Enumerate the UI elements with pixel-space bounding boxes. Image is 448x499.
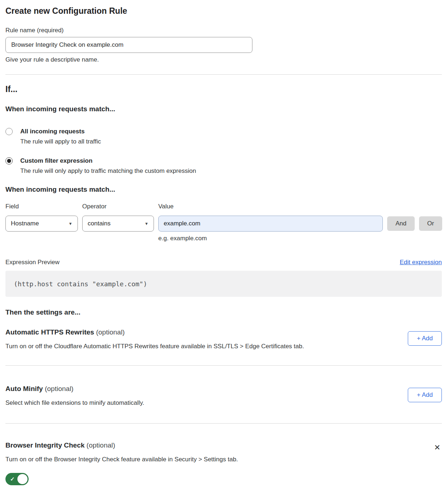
toggle-knob — [17, 474, 28, 484]
expression-builder-row: Field Operator Value Hostname ▼ contains… — [5, 203, 442, 242]
setting-auto-minify: Auto Minify (optional) Select which file… — [5, 384, 442, 407]
setting-title: Browser Integrity Check (optional) — [5, 441, 238, 449]
setting-description: Select which file extensions to minify a… — [5, 399, 144, 407]
browser-integrity-check-toggle[interactable]: ✓ — [5, 473, 29, 485]
match-heading: When incoming requests match... — [5, 105, 442, 113]
field-label: Field — [5, 203, 78, 216]
create-configuration-rule-page: Create new Configuration Rule Rule name … — [0, 0, 448, 485]
radio-option-custom-filter[interactable]: Custom filter expression The rule will o… — [5, 157, 442, 175]
setting-title-text: Automatic HTTPS Rewrites — [5, 328, 94, 336]
chevron-down-icon: ▼ — [68, 221, 72, 226]
radio-option-all-requests[interactable]: All incoming requests The rule will appl… — [5, 128, 442, 145]
value-label: Value — [158, 203, 383, 216]
expression-preview-label: Expression Preview — [5, 259, 59, 266]
radio-button-unselected[interactable] — [5, 128, 13, 135]
field-select-value: Hostname — [11, 220, 39, 227]
field-select[interactable]: Hostname ▼ — [5, 216, 78, 232]
section-divider — [5, 365, 442, 366]
if-heading: If... — [5, 84, 442, 94]
rule-name-label: Rule name (required) — [5, 27, 442, 34]
radio-button-selected[interactable] — [5, 157, 13, 165]
check-icon: ✓ — [10, 476, 15, 482]
radio-description: The rule will only apply to traffic matc… — [20, 167, 196, 175]
setting-description: Turn on or off the Browser Integrity Che… — [5, 456, 238, 463]
close-icon[interactable]: ✕ — [432, 442, 442, 453]
and-button[interactable]: And — [387, 216, 415, 231]
expression-preview-header: Expression Preview Edit expression — [5, 259, 442, 266]
setting-title-text: Auto Minify — [5, 385, 43, 392]
or-button[interactable]: Or — [419, 216, 442, 231]
setting-description: Turn on or off the Cloudflare Automatic … — [5, 342, 304, 350]
rule-name-input[interactable] — [5, 37, 252, 53]
setting-optional-text: (optional) — [87, 441, 115, 449]
builder-heading: When incoming requests match... — [5, 186, 442, 194]
chevron-down-icon: ▼ — [145, 221, 148, 226]
section-divider — [5, 74, 442, 75]
add-button[interactable]: + Add — [408, 388, 442, 402]
setting-automatic-https-rewrites: Automatic HTTPS Rewrites (optional) Turn… — [5, 328, 442, 350]
edit-expression-link[interactable]: Edit expression — [400, 259, 442, 266]
expression-preview-code: (http.host contains "example.com") — [5, 271, 442, 297]
radio-label: All incoming requests — [20, 128, 101, 135]
setting-optional-text: (optional) — [96, 328, 125, 336]
then-heading: Then the settings are... — [5, 308, 442, 316]
setting-title: Automatic HTTPS Rewrites (optional) — [5, 328, 304, 336]
rule-name-help: Give your rule a descriptive name. — [5, 56, 442, 63]
operator-select-value: contains — [88, 220, 110, 227]
setting-optional-text: (optional) — [45, 385, 74, 392]
radio-label: Custom filter expression — [20, 157, 196, 165]
page-title: Create new Configuration Rule — [5, 6, 442, 16]
radio-description: The rule will apply to all traffic — [20, 138, 101, 145]
expression-code-text: (http.host contains "example.com") — [14, 280, 147, 288]
operator-select[interactable]: contains ▼ — [82, 216, 154, 232]
section-divider — [5, 423, 442, 424]
add-button[interactable]: + Add — [408, 331, 442, 346]
setting-browser-integrity-check: Browser Integrity Check (optional) Turn … — [5, 441, 442, 485]
setting-title-text: Browser Integrity Check — [5, 441, 85, 449]
setting-title: Auto Minify (optional) — [5, 384, 144, 393]
value-hint: e.g. example.com — [158, 235, 383, 242]
operator-label: Operator — [82, 203, 154, 216]
value-input[interactable] — [158, 216, 383, 232]
